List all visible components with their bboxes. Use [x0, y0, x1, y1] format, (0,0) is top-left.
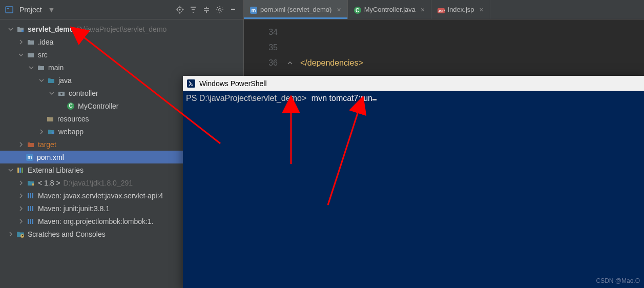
- svg-rect-1: [7, 8, 9, 9]
- tab-label: pom.xml (servlet_demo): [260, 6, 331, 13]
- tree-path-hint: D:\java1\jdk1.8.0_291: [64, 179, 133, 187]
- svg-point-4: [219, 8, 221, 11]
- source-folder-icon: [47, 76, 55, 85]
- tree-label: src: [38, 51, 48, 59]
- library-icon: [27, 192, 35, 200]
- expand-all-icon[interactable]: [201, 5, 212, 15]
- tree-label: .idea: [38, 38, 53, 46]
- tree-path-hint: D:\javaProject\servlet_demo: [77, 25, 167, 33]
- powershell-titlebar[interactable]: Windows PowerShell: [183, 76, 644, 91]
- project-toolbar: Project ▼: [0, 0, 243, 19]
- chevron-down-icon: [38, 77, 45, 84]
- tab-pom[interactable]: m pom.xml (servlet_demo) ×: [244, 0, 348, 19]
- tab-label: MyController.java: [364, 6, 416, 13]
- svg-rect-18: [30, 206, 31, 211]
- folder-icon: [27, 38, 35, 46]
- svg-rect-16: [32, 193, 33, 198]
- svg-rect-0: [6, 7, 13, 13]
- tree-label: External Libraries: [28, 166, 84, 174]
- tree-label: resources: [57, 115, 89, 123]
- maven-icon: m: [26, 153, 34, 161]
- powershell-window: Windows PowerShell PS D:\javaProject\ser…: [183, 76, 644, 288]
- excluded-folder-icon: [27, 140, 35, 149]
- chevron-down-icon: [7, 26, 14, 33]
- project-title-text: Project: [19, 6, 42, 14]
- tree-label: controller: [69, 89, 98, 97]
- terminal-command: mvn tomcat7:run: [311, 94, 372, 102]
- tree-item-servlet-demo[interactable]: servlet_demo D:\javaProject\servlet_demo: [0, 23, 243, 35]
- svg-rect-10: [17, 168, 19, 173]
- svg-point-9: [52, 131, 54, 134]
- tree-item-idea[interactable]: .idea: [0, 35, 243, 48]
- close-icon[interactable]: ×: [480, 6, 484, 14]
- chevron-right-icon: [38, 128, 45, 135]
- chevron-right-icon: [17, 192, 25, 199]
- tab-label: index.jsp: [448, 6, 474, 13]
- folder-icon: [37, 64, 45, 72]
- jsp-icon: JSP: [438, 6, 445, 13]
- svg-rect-11: [19, 168, 21, 173]
- hide-icon[interactable]: [228, 5, 238, 15]
- fold-end-icon[interactable]: [287, 55, 293, 60]
- svg-point-3: [179, 9, 181, 10]
- project-icon: [5, 6, 13, 14]
- chevron-right-icon: [17, 179, 25, 187]
- tree-label: < 1.8 >: [38, 179, 60, 187]
- library-icon: [27, 204, 35, 213]
- tree-label: pom.xml: [37, 153, 64, 161]
- powershell-terminal[interactable]: PS D:\javaProject\servlet_demo> mvn tomc…: [183, 91, 644, 288]
- web-folder-icon: [47, 128, 55, 136]
- tree-label: Maven: javax.servlet:javax.servlet-api:4: [38, 192, 163, 200]
- tree-item-main[interactable]: main: [0, 61, 243, 74]
- libraries-icon: [16, 166, 25, 174]
- close-icon[interactable]: ×: [337, 6, 341, 14]
- gear-icon[interactable]: [215, 5, 225, 15]
- code-text: </dependencies>: [300, 58, 363, 67]
- svg-rect-6: [22, 30, 24, 32]
- tree-label: servlet_demo: [28, 25, 74, 33]
- tree-item-src[interactable]: src: [0, 48, 243, 61]
- chevron-right-icon: [17, 38, 25, 46]
- tree-label: Maven: junit:junit:3.8.1: [38, 204, 110, 213]
- tab-mycontroller[interactable]: C MyController.java ×: [348, 0, 432, 19]
- tab-index[interactable]: JSP index.jsp ×: [431, 0, 490, 19]
- svg-rect-17: [28, 206, 29, 211]
- tree-label: MyController: [78, 102, 118, 110]
- jdk-icon: [27, 179, 35, 187]
- svg-rect-15: [30, 193, 31, 198]
- line-number: 36: [244, 55, 278, 71]
- line-number: 35: [244, 40, 278, 55]
- svg-rect-21: [30, 219, 31, 224]
- chevron-down-icon: [48, 90, 55, 97]
- svg-rect-13: [32, 183, 34, 186]
- scratches-icon: [16, 230, 25, 238]
- powershell-icon: [187, 79, 195, 88]
- module-icon: [16, 25, 25, 33]
- cursor-icon: [372, 99, 377, 100]
- powershell-title: Windows PowerShell: [199, 79, 640, 88]
- locate-icon[interactable]: [175, 5, 185, 15]
- svg-rect-12: [22, 168, 23, 173]
- chevron-down-icon: [17, 51, 25, 58]
- select-opened-icon[interactable]: [188, 5, 198, 15]
- chevron-right-icon: [17, 141, 25, 148]
- chevron-right-icon: [7, 231, 14, 238]
- svg-rect-19: [32, 206, 33, 211]
- library-icon: [27, 217, 35, 225]
- resources-folder-icon: [46, 115, 54, 123]
- svg-point-8: [60, 93, 63, 95]
- line-number: 34: [244, 25, 278, 40]
- package-icon: [57, 89, 66, 97]
- close-icon[interactable]: ×: [421, 6, 425, 14]
- tree-label: Scratches and Consoles: [28, 230, 106, 238]
- watermark: CSDN @Mao.O: [596, 276, 640, 286]
- chevron-down-icon: [7, 167, 14, 174]
- chevron-down-icon: [28, 64, 35, 71]
- project-panel-title[interactable]: Project ▼: [5, 6, 172, 14]
- tree-label: Maven: org.projectlombok:lombok:1.: [38, 217, 154, 225]
- tree-label: main: [48, 64, 64, 72]
- tree-label: webapp: [58, 128, 84, 136]
- chevron-right-icon: [17, 205, 25, 212]
- svg-rect-20: [28, 219, 29, 224]
- chevron-right-icon: [17, 218, 25, 225]
